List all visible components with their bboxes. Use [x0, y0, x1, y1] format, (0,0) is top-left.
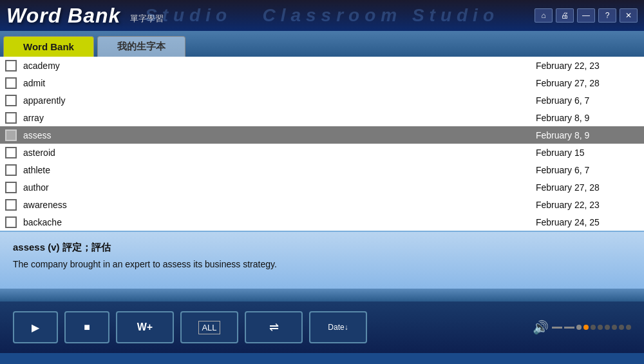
table-row[interactable]: apparently February 6, 7 — [0, 91, 644, 109]
table-row[interactable]: author February 27, 28 — [0, 178, 644, 196]
table-row[interactable]: asteroid February 15 — [0, 144, 644, 161]
tabs-bar: Word Bank 我的生字本 — [0, 31, 644, 57]
word-cell: admit — [23, 78, 536, 88]
date-sort-icon: Date↓ — [328, 323, 348, 332]
word-cell: array — [23, 113, 536, 123]
row-checkbox[interactable] — [5, 164, 17, 176]
home-button[interactable]: ⌂ — [535, 8, 553, 23]
word-cell: athlete — [23, 165, 536, 175]
date-cell: February 8, 9 — [536, 130, 639, 140]
row-checkbox[interactable] — [5, 147, 17, 158]
mid-spacer — [0, 289, 644, 302]
vol-dot — [576, 325, 582, 330]
word-cell: assess — [23, 130, 536, 140]
row-checkbox[interactable] — [5, 95, 17, 106]
volume-bar — [552, 325, 631, 330]
row-checkbox[interactable] — [5, 199, 17, 211]
word-cell: asteroid — [23, 148, 536, 158]
volume-icon: 🔊 — [533, 320, 549, 335]
word-plus-button[interactable]: W+ — [116, 311, 174, 343]
date-cell: February 27, 28 — [536, 78, 639, 88]
word-list[interactable]: academy February 22, 23 admit February 2… — [0, 57, 644, 231]
definition-panel: assess (v) 評定；評估 The company brought in … — [0, 231, 644, 289]
table-row[interactable]: awareness February 22, 23 — [0, 196, 644, 213]
vol-segment — [552, 327, 562, 329]
row-checkbox[interactable] — [5, 182, 17, 193]
vol-dot-active — [583, 325, 589, 330]
definition-word-text: assess — [13, 242, 45, 253]
date-cell: February 22, 23 — [536, 61, 639, 71]
logo-text: Word Bank — [6, 4, 120, 27]
minimize-button[interactable]: — — [577, 8, 595, 23]
row-checkbox[interactable] — [5, 60, 17, 72]
date-cell: February 27, 28 — [536, 182, 639, 193]
play-button[interactable]: ▶ — [13, 311, 58, 343]
word-cell: awareness — [23, 200, 536, 210]
stop-button[interactable]: ■ — [64, 311, 109, 343]
random-icon: ⇌ — [269, 320, 279, 334]
vol-dot — [619, 325, 624, 330]
table-row[interactable]: academy February 22, 23 — [0, 57, 644, 74]
word-plus-icon: W+ — [137, 321, 153, 333]
tab-my-book-label: 我的生字本 — [117, 41, 166, 53]
date-cell: February 15 — [536, 148, 639, 158]
date-cell: February 8, 9 — [536, 113, 639, 123]
title-controls: ⌂ 🖨 — ? ✕ — [535, 8, 638, 23]
word-cell: author — [23, 182, 536, 193]
title-bar-left: Word Bank 單字學習 — [6, 4, 164, 28]
definition-heading: assess (v) 評定；評估 — [13, 242, 631, 254]
vol-dot — [605, 325, 610, 330]
row-checkbox[interactable] — [5, 216, 17, 228]
app-logo: Word Bank — [6, 4, 120, 28]
word-list-container: academy February 22, 23 admit February 2… — [0, 57, 644, 231]
word-cell: apparently — [23, 95, 536, 106]
word-cell: academy — [23, 61, 536, 71]
tab-word-bank-label: Word Bank — [23, 41, 74, 52]
tab-word-bank[interactable]: Word Bank — [3, 36, 94, 57]
row-checkbox[interactable] — [5, 129, 17, 141]
table-row[interactable]: backache February 24, 25 — [0, 213, 644, 231]
print-button[interactable]: 🖨 — [556, 8, 574, 23]
all-icon: ALL — [198, 321, 220, 334]
vol-dot — [598, 325, 603, 330]
row-checkbox[interactable] — [5, 112, 17, 124]
date-sort-button[interactable]: Date↓ — [309, 311, 367, 343]
controls-bar: ▶ ■ W+ ALL ⇌ Date↓ 🔊 — [0, 302, 644, 353]
all-button[interactable]: ALL — [180, 311, 238, 343]
vol-segment — [564, 327, 574, 329]
app-subtitle: 單字學習 — [130, 13, 164, 24]
word-cell: backache — [23, 217, 536, 227]
vol-dot — [626, 325, 631, 330]
stop-icon: ■ — [84, 321, 90, 333]
title-bar: Word Bank 單字學習 Studio Classroom Studio ⌂… — [0, 0, 644, 31]
tab-my-book[interactable]: 我的生字本 — [97, 36, 185, 57]
date-cell: February 6, 7 — [536, 165, 639, 175]
random-button[interactable]: ⇌ — [245, 311, 303, 343]
vol-dot — [612, 325, 617, 330]
definition-sentence: The company brought in an expert to asse… — [13, 258, 631, 271]
table-row[interactable]: admit February 27, 28 — [0, 74, 644, 91]
date-cell: February 6, 7 — [536, 95, 639, 106]
vol-dot — [591, 325, 596, 330]
volume-control[interactable]: 🔊 — [533, 320, 631, 335]
date-cell: February 24, 25 — [536, 217, 639, 227]
table-row[interactable]: array February 8, 9 — [0, 109, 644, 126]
table-row[interactable]: athlete February 6, 7 — [0, 161, 644, 178]
play-icon: ▶ — [32, 321, 39, 334]
close-button[interactable]: ✕ — [620, 8, 638, 23]
table-row-selected[interactable]: assess February 8, 9 — [0, 126, 644, 144]
playback-controls: ▶ ■ W+ ALL ⇌ Date↓ — [13, 311, 367, 343]
help-button[interactable]: ? — [598, 8, 616, 23]
date-cell: February 22, 23 — [536, 200, 639, 210]
definition-pos: (v) 評定；評估 — [48, 242, 111, 253]
row-checkbox[interactable] — [5, 77, 17, 89]
